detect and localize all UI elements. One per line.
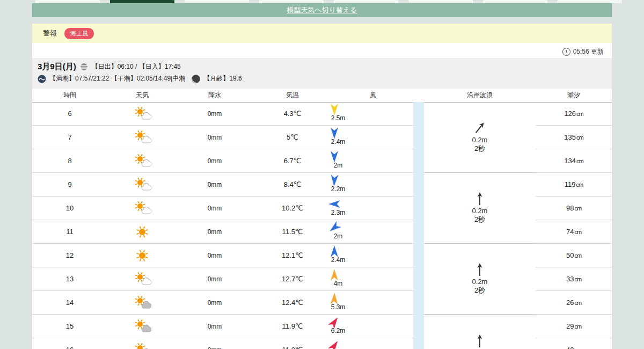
wind-direction-icon: [330, 245, 339, 257]
hour-cell: 11: [32, 228, 107, 236]
tide-value: 40: [566, 346, 574, 349]
table-row: 12 0mm 12.1℃ 2.4m: [32, 244, 413, 267]
tide-unit: cm: [576, 134, 583, 141]
wind-direction-icon: [330, 293, 340, 305]
table-row: 7 0mm 5℃ 2.4m: [32, 126, 413, 149]
hour-cell: 15: [32, 322, 107, 330]
tide-column: 126cm 135cm 134cm 119cm 98cm 74cm 50cm 3…: [536, 102, 612, 349]
table-row: 8 0mm 6.7℃ 2m: [32, 149, 413, 173]
col-header-waves: 沿岸波浪: [424, 89, 536, 102]
table-row: 6 0mm 4.3℃ 2.5m: [32, 102, 413, 126]
wave-height: 0.2m: [472, 207, 488, 215]
tide-cell: 135cm: [536, 126, 612, 149]
hour-cell: 10: [32, 204, 107, 212]
weather-icon: [133, 225, 151, 239]
tide-unit: cm: [576, 111, 583, 117]
tide-cell: 40cm: [536, 338, 612, 349]
tide-cell: 29cm: [536, 315, 612, 338]
wind-direction-icon: [330, 104, 339, 115]
tide-value: 74: [566, 228, 574, 236]
precip-cell: 0mm: [177, 181, 252, 188]
warning-badge[interactable]: 海上風: [64, 28, 94, 39]
tide-cell: 26cm: [536, 291, 612, 315]
weather-icon: [133, 272, 151, 286]
forecast-table: 6 0mm 4.3℃ 2.5m 7 0mm 5℃ 2.4m 8 0mm 6.7℃…: [32, 102, 612, 349]
precip-cell: 0mm: [177, 134, 252, 141]
hour-cell: 9: [32, 180, 107, 188]
tide-value: 119: [565, 180, 576, 188]
tide-unit: cm: [576, 181, 583, 188]
tide-unit: cm: [574, 323, 581, 330]
tide-unit: cm: [574, 347, 581, 349]
weather-icon: [133, 343, 151, 349]
precip-cell: 0mm: [177, 205, 252, 212]
weather-icon: [133, 319, 151, 333]
tide-cell: 74cm: [536, 220, 612, 244]
forecast-panel: ! 05:56 更新 3月9日(月) 【日出】06:10 / 【日入】17:45: [32, 43, 612, 349]
col-header-wind: 風: [333, 89, 413, 102]
wind-speed: 2.3m: [331, 209, 346, 216]
table-row: 9 0mm 8.4℃ 2.2m: [32, 173, 413, 197]
wave-group-cell: 0.2m 2秒: [424, 173, 536, 244]
tide-unit: cm: [576, 158, 583, 164]
tide-times-text: 【満潮】07:57/21:22 【干潮】02:05/14:49|中潮: [49, 74, 185, 83]
cloudy-mark-icon: [79, 63, 89, 71]
hour-cell: 7: [32, 133, 107, 141]
table-header: 時間 天気 降水 気温 風 沿岸波浪 潮汐: [32, 89, 612, 103]
tide-cell: 33cm: [536, 267, 612, 291]
warning-label: 警報: [43, 28, 57, 38]
precip-cell: 0mm: [177, 228, 252, 236]
wind-direction-icon: [329, 174, 339, 187]
update-time-text: 05:56 更新: [573, 47, 604, 56]
wave-period: 2秒: [474, 286, 485, 295]
weather-icon: [133, 154, 151, 168]
table-row: 13 0mm 12.7℃ 4m: [32, 267, 413, 291]
wind-direction-icon: [330, 151, 339, 163]
weather-page: 横型天気へ切り替える 警報 海上風 ! 05:56 更新 3月9日(月): [0, 0, 644, 349]
tide-value: 26: [566, 299, 574, 307]
table-row: 14 0mm 12.4℃ 5.3m: [32, 291, 413, 315]
wind-direction-icon: [330, 269, 339, 281]
moon-age-text: 【月齢】19.6: [203, 74, 241, 83]
wave-direction-icon: [472, 192, 488, 206]
col-header-time: 時間: [32, 89, 107, 102]
precip-cell: 0mm: [177, 299, 252, 307]
wave-direction-icon: [472, 121, 488, 135]
waves-column: 0.2m 2秒 0.2m 2秒 0.2m 2秒 0.2m 2秒: [424, 102, 536, 349]
tide-value: 33: [566, 275, 574, 283]
tide-cell: 98cm: [536, 197, 612, 220]
weather-icon: [133, 107, 151, 121]
wind-direction-icon: [328, 199, 340, 209]
hour-cell: 6: [32, 110, 107, 118]
tide-value: 135: [564, 133, 576, 141]
wave-group-cell: 0.2m 2秒: [424, 315, 536, 349]
tide-unit: cm: [574, 252, 581, 259]
hour-cell: 13: [32, 275, 107, 283]
moon-phase-icon: [192, 75, 200, 83]
precip-cell: 0mm: [177, 323, 252, 330]
wave-icon: [38, 75, 46, 83]
wave-period: 2秒: [474, 144, 485, 154]
wind-direction-icon: [330, 127, 339, 139]
wave-direction-icon: [472, 263, 488, 277]
table-row: 11 0mm 11.5℃ 2m: [32, 220, 413, 244]
table-row: 16 0mm 11.8℃ 6.2m: [32, 338, 413, 349]
wind-speed: 2.4m: [331, 256, 346, 264]
wind-speed: 2.5m: [331, 114, 346, 122]
tide-value: 50: [566, 251, 574, 259]
precip-cell: 0mm: [177, 346, 252, 349]
precip-cell: 0mm: [177, 275, 252, 283]
weather-icon: [133, 178, 151, 192]
wind-direction-icon: [327, 338, 341, 349]
table-left-rows: 6 0mm 4.3℃ 2.5m 7 0mm 5℃ 2.4m 8 0mm 6.7℃…: [32, 102, 413, 349]
weather-icon: [133, 201, 151, 215]
switch-layout-link[interactable]: 横型天気へ切り替える: [287, 5, 357, 15]
wave-direction-icon: [472, 334, 488, 348]
col-header-tide: 潮汐: [536, 89, 612, 102]
wind-speed: 4m: [334, 280, 343, 287]
tide-cell: 126cm: [536, 102, 612, 126]
tide-unit: cm: [574, 276, 581, 282]
col-header-precip: 降水: [177, 89, 252, 102]
col-header-weather: 天気: [107, 89, 177, 102]
table-row: 10 0mm 10.2℃ 2.3m: [32, 197, 413, 220]
